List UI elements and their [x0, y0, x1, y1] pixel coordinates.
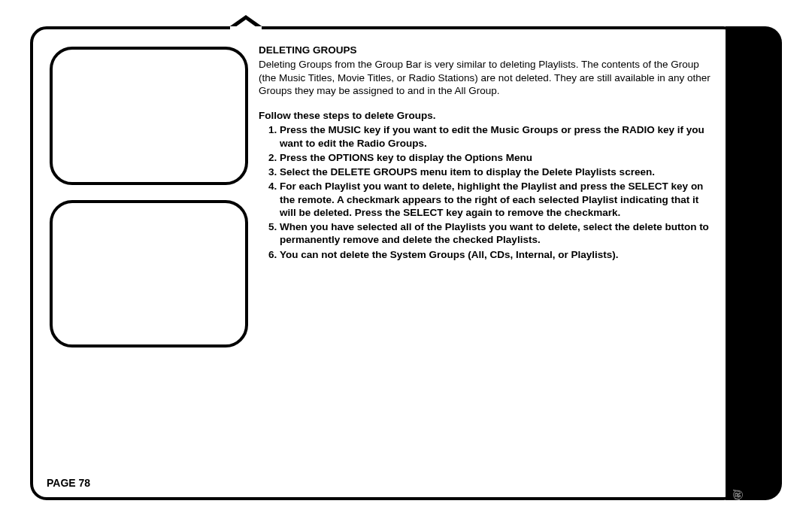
steps-list: Press the MUSIC key if you want to edit …: [259, 123, 711, 261]
step-item: Select the DELETE GROUPS menu item to di…: [280, 165, 711, 178]
step-item: Press the OPTIONS key to display the Opt…: [280, 151, 711, 164]
brand-subtitle: FireBall™ DVDM-300 User's Manual: [732, 490, 741, 500]
intro-paragraph: Deleting Groups from the Group Bar is ve…: [259, 58, 711, 97]
figure-placeholder-1: [50, 47, 248, 185]
figure-placeholder-2: [50, 200, 248, 347]
step-item: You can not delete the System Groups (Al…: [280, 248, 711, 261]
steps-intro: Follow these steps to delete Groups.: [259, 109, 711, 122]
step-item: For each Playlist you want to delete, hi…: [280, 180, 711, 219]
page-number: PAGE 78: [47, 477, 90, 489]
step-item: When you have selected all of the Playli…: [280, 220, 711, 247]
step-item: Press the MUSIC key if you want to edit …: [280, 123, 711, 150]
brand-sidebar: Escient® FireBall™ DVDM-300 User's Manua…: [726, 26, 782, 500]
body-text: DELETING GROUPS Deleting Groups from the…: [259, 44, 711, 262]
section-heading: DELETING GROUPS: [259, 44, 711, 56]
frame-notch-mask: [230, 26, 262, 31]
manual-page: DELETING GROUPS Deleting Groups from the…: [0, 0, 812, 525]
